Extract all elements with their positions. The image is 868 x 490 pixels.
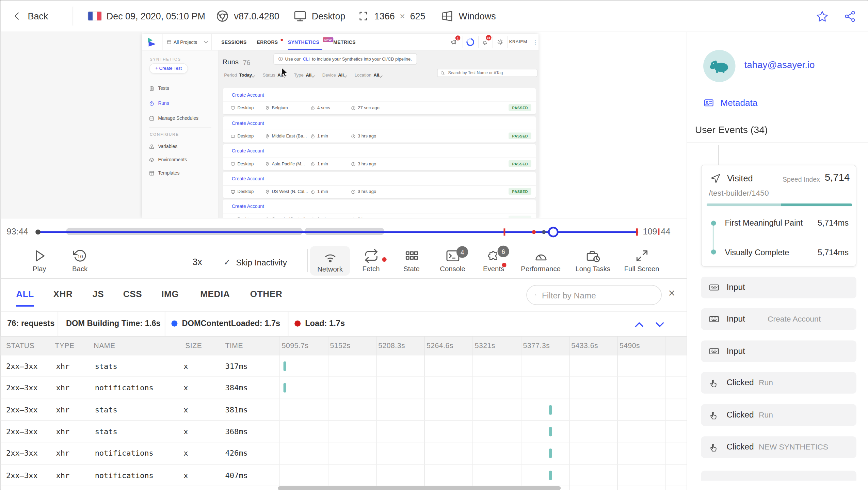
user-events-sidebar: tahay@asayer.io Metadata User Events (34… — [687, 32, 868, 490]
cli-banner: ⓘUse our CLI to include your Synthetics … — [273, 53, 417, 65]
network-panel-button[interactable]: Network — [310, 246, 350, 275]
network-request-row[interactable]: 2xx–3xxxhrstatsx381ms — [1, 399, 687, 421]
user-email: tahay@asayer.io — [744, 60, 815, 71]
chevron-down-icon[interactable] — [653, 318, 666, 331]
skip-inactivity-toggle[interactable]: ✓ Skip Inactivity — [224, 257, 287, 267]
col-time-6: 5433.6s — [571, 342, 598, 350]
template-icon — [149, 170, 154, 176]
keyboard-icon — [708, 282, 720, 293]
network-table-body: 2xx–3xxxhrstatsx317ms 2xx–3xxxhrnotifica… — [1, 355, 687, 486]
waterfall-bar — [283, 361, 286, 371]
partial-event-row — [701, 471, 856, 480]
tab-media[interactable]: MEDIA — [200, 290, 230, 299]
user-event-input[interactable]: Input — [701, 340, 856, 362]
runs-filters: PeriodToday StatusAll TypeAll DeviceAll … — [224, 72, 382, 78]
replayed-search-input — [447, 70, 530, 76]
network-tabs: ALL XHR JS CSS IMG MEDIA OTHER × — [1, 279, 687, 311]
gear-icon — [497, 34, 504, 50]
filter-by-name-box[interactable] — [526, 285, 662, 305]
metric-dot — [711, 249, 716, 255]
play-button[interactable]: Play — [22, 248, 57, 273]
device-info: Desktop — [293, 1, 345, 32]
close-panel-icon[interactable]: × — [668, 287, 675, 299]
chrome-icon — [216, 10, 229, 23]
chevron-left-icon — [12, 11, 23, 22]
visually-complete-value: 5,714ms — [818, 248, 849, 257]
network-request-row[interactable]: 2xx–3xxxhrnotificationsx384ms — [1, 377, 687, 399]
favorite-button[interactable] — [816, 1, 829, 32]
speed-toggle[interactable]: 3x — [192, 257, 202, 267]
events-panel-button[interactable]: Events 6 — [476, 248, 511, 273]
timeline-start-dot — [35, 230, 40, 234]
calendar-icon — [149, 116, 154, 121]
run-card: Create Account Desktop Canada (Central) … — [223, 200, 536, 218]
waterfall-bar — [549, 427, 552, 437]
performance-panel-button[interactable]: Performance — [518, 248, 563, 273]
fmp-label: First Meaningful Paint — [725, 218, 803, 227]
france-flag-icon — [88, 12, 101, 20]
col-type: TYPE — [55, 342, 74, 350]
hippo-icon — [708, 55, 730, 77]
network-stats-bar: 76: requests DOM Building Time: 1.6s DOM… — [1, 311, 687, 337]
load-time: Load: 1.7s — [294, 319, 345, 328]
cubes-icon — [149, 144, 154, 149]
replayed-app-screenshot: All Projects SESSIONS ERRORS SYNTHETICSN… — [142, 34, 539, 218]
horizontal-scrollbar[interactable] — [278, 486, 561, 490]
sidebar-item-templates: Templates — [149, 170, 179, 176]
speed-index-label: Speed Index — [783, 176, 820, 184]
hand-pointer-icon — [708, 410, 719, 421]
col-size: SIZE — [185, 342, 202, 350]
play-icon — [32, 248, 47, 263]
state-panel-button[interactable]: State — [394, 248, 429, 273]
tab-other[interactable]: OTHER — [250, 290, 283, 299]
grid-icon — [404, 248, 419, 263]
user-event-input[interactable]: Input — [701, 277, 856, 298]
tab-all[interactable]: ALL — [16, 290, 34, 299]
user-event-clicked[interactable]: ClickedRun — [701, 372, 856, 394]
full-screen-button[interactable]: Full Screen — [620, 248, 664, 273]
fetch-panel-button[interactable]: Fetch — [352, 248, 390, 273]
user-event-clicked[interactable]: ClickedNEW SYNTHETICS — [701, 436, 856, 458]
user-event-input[interactable]: InputCreate Account — [701, 308, 856, 330]
metadata-button[interactable]: Metadata — [703, 98, 757, 108]
console-panel-button[interactable]: Console 4 — [434, 248, 471, 273]
col-time-5: 5377.3s — [523, 342, 550, 350]
metric-dot — [711, 220, 716, 226]
back-label: Back — [28, 11, 48, 21]
share-button[interactable] — [843, 1, 856, 32]
status-badge: PASSED — [509, 160, 531, 167]
visited-event-card[interactable]: Visited Speed Index 5,714 /test-builder/… — [701, 165, 856, 267]
filter-by-name-input[interactable] — [541, 290, 654, 300]
network-request-row[interactable]: 2xx–3xxxhrnotificationsx407ms — [1, 464, 687, 486]
playhead[interactable] — [548, 227, 559, 237]
tab-xhr[interactable]: XHR — [53, 290, 73, 299]
col-time-4: 5321s — [475, 342, 495, 350]
dom-content-loaded: DOMContentLoaded: 1.7s — [171, 319, 280, 328]
kebab-menu-icon: ⋮ — [532, 34, 538, 50]
end-error-marker — [658, 228, 660, 235]
wifi-icon — [322, 249, 337, 264]
error-marker — [636, 228, 638, 235]
fetch-alert-dot — [382, 257, 387, 262]
back-button[interactable]: Back — [12, 1, 48, 32]
col-time-2: 5208.3s — [378, 342, 405, 350]
network-request-row[interactable]: 2xx–3xxxhrstatsx317ms — [1, 355, 687, 377]
network-request-row[interactable]: 2xx–3xxxhrnotificationsx426ms — [1, 443, 687, 464]
topbar: Back Dec 09, 2020, 05:10 PM v87.0.4280 D… — [1, 1, 868, 32]
search-icon — [440, 71, 445, 75]
replayed-main: Runs 76 ⓘUse our CLI to include your Syn… — [219, 50, 539, 218]
tab-img[interactable]: IMG — [161, 290, 179, 299]
network-request-row[interactable]: 2xx–3xxxhrstatsx368ms — [1, 421, 687, 443]
long-tasks-panel-button[interactable]: Long Tasks — [571, 248, 614, 273]
clock-icon — [351, 105, 355, 110]
requests-count: 76: requests — [7, 319, 54, 328]
current-time-label: 93:44 — [7, 227, 28, 236]
tab-css[interactable]: CSS — [123, 290, 142, 299]
replay-mouse-cursor — [280, 68, 288, 78]
user-event-clicked[interactable]: ClickedRun — [701, 404, 856, 426]
chevron-up-icon[interactable] — [633, 318, 645, 331]
status-badge: PASSED — [509, 188, 531, 195]
tab-js[interactable]: JS — [93, 290, 104, 299]
error-marker — [503, 228, 505, 235]
back-10s-button[interactable]: 10 Back — [62, 248, 97, 273]
